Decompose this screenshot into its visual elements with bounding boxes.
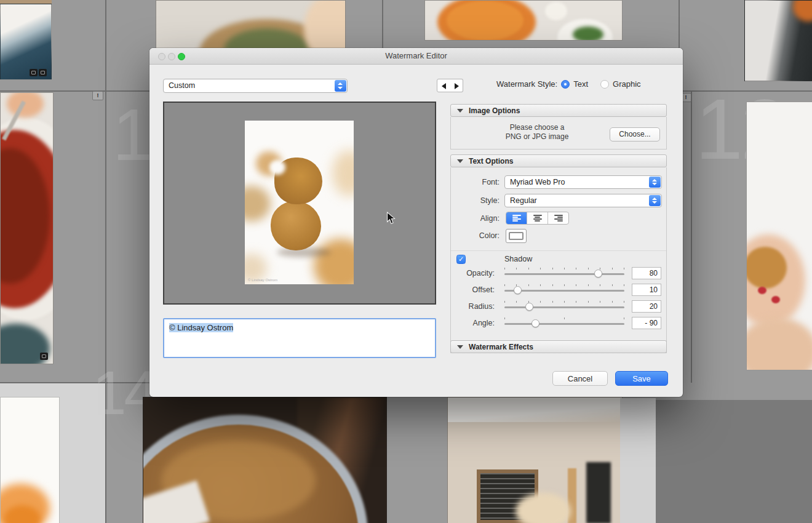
- opacity-label: Opacity:: [450, 269, 500, 277]
- dropdown-stepper-icon: [649, 195, 661, 206]
- text-radio-label[interactable]: Text: [573, 79, 588, 89]
- cancel-button[interactable]: Cancel: [552, 371, 608, 386]
- photo-thumbnail[interactable]: [447, 397, 623, 523]
- dialog-titlebar[interactable]: Watermark Editor: [149, 48, 683, 65]
- shadow-label: Shadow: [504, 255, 532, 263]
- image-options-message: Please choose a PNG or JPG image: [476, 123, 599, 142]
- text-options-header[interactable]: Text Options: [450, 154, 667, 167]
- watermark-effects-title: Watermark Effects: [469, 343, 533, 351]
- slider-rail: [504, 290, 624, 292]
- align-center-button[interactable]: [527, 212, 548, 224]
- selected-text[interactable]: © Lindsay Ostrom: [169, 323, 233, 332]
- opacity-slider-thumb[interactable]: [594, 269, 602, 277]
- font-dropdown[interactable]: Myriad Web Pro: [504, 175, 662, 189]
- watermark-preview: © Lindsay Ostrom: [163, 102, 436, 305]
- align-left-button[interactable]: [506, 212, 527, 224]
- style-label: Style:: [450, 196, 500, 205]
- align-right-icon: [554, 215, 563, 222]
- photo-thumbnail[interactable]: [0, 92, 54, 364]
- photo-crop-badge-icon[interactable]: [30, 69, 38, 76]
- graphic-radio-label[interactable]: Graphic: [613, 79, 641, 89]
- angle-slider-thumb[interactable]: [531, 319, 539, 327]
- photo-edit-badge-icon[interactable]: [39, 69, 47, 76]
- nav-forward-button[interactable]: [450, 79, 463, 92]
- align-label: Align:: [450, 214, 500, 223]
- slider-rail: [504, 323, 624, 325]
- offset-slider-row: Offset: 10: [450, 282, 667, 298]
- offset-value-field[interactable]: 10: [632, 284, 661, 296]
- font-dropdown-value: Myriad Web Pro: [510, 176, 565, 188]
- preview-photo: © Lindsay Ostrom: [245, 121, 354, 284]
- left-arrow-icon: [442, 83, 446, 89]
- disclosure-triangle-icon: [457, 345, 463, 349]
- offset-slider[interactable]: [504, 282, 624, 298]
- align-segmented-control: [506, 212, 569, 225]
- photo-thumbnail[interactable]: [143, 397, 387, 523]
- watermark-effects-header[interactable]: Watermark Effects: [450, 340, 667, 353]
- align-left-icon: [512, 215, 521, 222]
- angle-slider-row: Angle: - 90: [450, 315, 667, 331]
- save-button[interactable]: Save: [615, 371, 668, 386]
- graphic-radio[interactable]: [600, 80, 609, 89]
- photo-thumbnail[interactable]: [0, 397, 60, 523]
- preset-dropdown[interactable]: Custom: [163, 79, 348, 93]
- grid-cell[interactable]: [620, 398, 656, 523]
- photo-thumbnail[interactable]: [156, 0, 346, 50]
- font-label: Font:: [450, 178, 500, 186]
- cookie-ball-bottom: [271, 201, 321, 250]
- photo-thumbnail[interactable]: [746, 102, 812, 370]
- disclosure-triangle-icon: [457, 109, 463, 113]
- preset-dropdown-value: Custom: [169, 79, 195, 92]
- image-options-content: Please choose a PNG or JPG image Choose.…: [450, 117, 667, 150]
- grid-cell[interactable]: [656, 400, 812, 523]
- watermark-style-row: Watermark Style: Text Graphic: [496, 79, 641, 89]
- watermark-style-label: Watermark Style:: [496, 79, 557, 89]
- mouse-cursor: [386, 212, 396, 228]
- nav-back-button[interactable]: [437, 79, 450, 92]
- opacity-value-field[interactable]: 80: [632, 267, 661, 279]
- dialog-title: Watermark Editor: [149, 48, 683, 64]
- watermark-editor-dialog: Watermark Editor Custom Watermark Style:…: [149, 48, 683, 397]
- image-options-title: Image Options: [469, 106, 520, 115]
- alert-badge-icon[interactable]: !: [92, 91, 103, 100]
- offset-label: Offset:: [450, 285, 500, 294]
- photo-thumbnail[interactable]: [0, 4, 52, 80]
- angle-label: Angle:: [450, 319, 500, 327]
- text-options-title: Text Options: [469, 157, 513, 166]
- slider-ticks: [504, 301, 624, 303]
- slider-ticks: [504, 268, 624, 269]
- style-dropdown[interactable]: Regular: [504, 194, 662, 207]
- opacity-slider-row: Opacity: 80: [450, 265, 667, 281]
- disclosure-triangle-icon: [457, 159, 463, 163]
- watermark-text-input[interactable]: © Lindsay Ostrom: [163, 318, 436, 358]
- radius-slider-row: Radius: 20: [450, 298, 667, 314]
- dropdown-stepper-icon: [649, 177, 661, 188]
- color-swatch-button[interactable]: [506, 229, 527, 243]
- color-label: Color:: [450, 231, 500, 240]
- color-swatch-inner: [509, 232, 523, 240]
- radius-value-field[interactable]: 20: [632, 300, 661, 313]
- screen: 11 12 14 ! !: [0, 0, 812, 523]
- offset-slider-thumb[interactable]: [514, 286, 522, 294]
- radius-slider-thumb[interactable]: [525, 303, 533, 311]
- choose-image-button[interactable]: Choose...: [610, 127, 660, 142]
- text-radio[interactable]: [561, 80, 570, 89]
- align-center-icon: [533, 215, 542, 222]
- style-dropdown-value: Regular: [510, 194, 537, 207]
- photo-thumbnail[interactable]: [424, 0, 623, 41]
- grid-line: [691, 90, 692, 383]
- grid-line: [105, 0, 106, 382]
- opacity-slider[interactable]: [504, 265, 624, 281]
- dropdown-stepper-icon: [335, 80, 346, 92]
- radius-label: Radius:: [450, 302, 500, 311]
- right-arrow-icon: [455, 83, 459, 89]
- shadow-checkbox[interactable]: ✓: [456, 255, 466, 264]
- align-right-button[interactable]: [548, 212, 568, 224]
- radius-slider[interactable]: [504, 298, 624, 314]
- image-options-header[interactable]: Image Options: [450, 104, 667, 117]
- angle-value-field[interactable]: - 90: [632, 317, 661, 329]
- preview-watermark-text: © Lindsay Ostrom: [248, 278, 277, 282]
- angle-slider[interactable]: [504, 315, 624, 331]
- photo-thumbnail[interactable]: [744, 0, 812, 81]
- photo-edit-badge-icon[interactable]: [40, 353, 48, 360]
